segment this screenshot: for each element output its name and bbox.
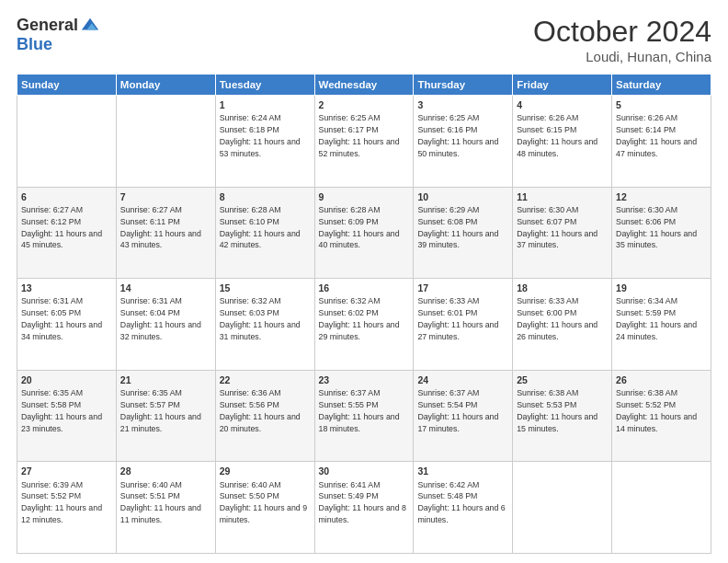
calendar-cell [116,96,215,188]
day-info: Sunrise: 6:33 AM Sunset: 6:01 PM Dayligh… [417,296,498,341]
day-info: Sunrise: 6:30 AM Sunset: 6:07 PM Dayligh… [517,205,597,250]
day-number: 10 [417,190,508,203]
header-saturday: Saturday [612,75,711,96]
calendar-cell: 31Sunrise: 6:42 AM Sunset: 5:48 PM Dayli… [414,462,513,554]
day-number: 19 [616,282,707,294]
calendar-cell [17,96,117,188]
calendar-cell: 24Sunrise: 6:37 AM Sunset: 5:54 PM Dayli… [414,370,513,462]
day-info: Sunrise: 6:26 AM Sunset: 6:15 PM Dayligh… [517,113,597,158]
logo-icon [80,15,100,35]
day-number: 9 [319,190,410,203]
calendar-cell: 20Sunrise: 6:35 AM Sunset: 5:58 PM Dayli… [17,370,117,462]
week-row-4: 27Sunrise: 6:39 AM Sunset: 5:52 PM Dayli… [17,462,711,554]
day-info: Sunrise: 6:36 AM Sunset: 5:56 PM Dayligh… [220,388,301,433]
day-number: 25 [517,373,608,386]
week-row-0: 1Sunrise: 6:24 AM Sunset: 6:18 PM Daylig… [17,96,711,188]
calendar-cell: 16Sunrise: 6:32 AM Sunset: 6:02 PM Dayli… [314,279,414,371]
day-info: Sunrise: 6:35 AM Sunset: 5:57 PM Dayligh… [120,388,201,433]
day-number: 16 [319,282,410,294]
location-title: Loudi, Hunan, China [533,49,711,64]
day-info: Sunrise: 6:32 AM Sunset: 6:03 PM Dayligh… [220,296,301,341]
calendar-cell: 6Sunrise: 6:27 AM Sunset: 6:12 PM Daylig… [17,187,117,279]
day-info: Sunrise: 6:37 AM Sunset: 5:55 PM Dayligh… [319,388,400,433]
calendar-cell: 7Sunrise: 6:27 AM Sunset: 6:11 PM Daylig… [116,187,215,279]
calendar-cell: 4Sunrise: 6:26 AM Sunset: 6:15 PM Daylig… [513,96,612,188]
day-number: 30 [319,465,410,477]
calendar-header: SundayMondayTuesdayWednesdayThursdayFrid… [17,75,711,96]
day-number: 17 [417,282,508,294]
day-info: Sunrise: 6:31 AM Sunset: 6:05 PM Dayligh… [21,296,102,341]
calendar-cell: 26Sunrise: 6:38 AM Sunset: 5:52 PM Dayli… [612,370,711,462]
calendar-cell [513,462,612,554]
header-monday: Monday [116,75,215,96]
week-row-3: 20Sunrise: 6:35 AM Sunset: 5:58 PM Dayli… [17,370,711,462]
calendar-cell: 11Sunrise: 6:30 AM Sunset: 6:07 PM Dayli… [513,187,612,279]
day-info: Sunrise: 6:30 AM Sunset: 6:06 PM Dayligh… [616,205,697,250]
calendar-cell: 13Sunrise: 6:31 AM Sunset: 6:05 PM Dayli… [17,279,117,371]
day-info: Sunrise: 6:38 AM Sunset: 5:52 PM Dayligh… [616,388,697,433]
header-wednesday: Wednesday [314,75,414,96]
calendar-cell: 8Sunrise: 6:28 AM Sunset: 6:10 PM Daylig… [215,187,314,279]
day-info: Sunrise: 6:32 AM Sunset: 6:02 PM Dayligh… [319,296,400,341]
day-number: 21 [120,373,211,386]
day-info: Sunrise: 6:42 AM Sunset: 5:48 PM Dayligh… [417,480,505,525]
calendar-cell: 18Sunrise: 6:33 AM Sunset: 6:00 PM Dayli… [513,279,612,371]
day-info: Sunrise: 6:33 AM Sunset: 6:00 PM Dayligh… [517,296,597,341]
day-number: 4 [517,98,608,111]
day-number: 14 [120,282,211,294]
header: General Blue October 2024 Loudi, Hunan, … [17,15,711,64]
header-thursday: Thursday [414,75,513,96]
day-number: 26 [616,373,707,386]
day-info: Sunrise: 6:24 AM Sunset: 6:18 PM Dayligh… [220,113,301,158]
day-number: 15 [220,282,311,294]
day-number: 29 [220,465,311,477]
calendar-cell: 29Sunrise: 6:40 AM Sunset: 5:50 PM Dayli… [215,462,314,554]
day-number: 12 [616,190,707,203]
calendar-cell: 2Sunrise: 6:25 AM Sunset: 6:17 PM Daylig… [314,96,414,188]
day-info: Sunrise: 6:39 AM Sunset: 5:52 PM Dayligh… [21,480,102,525]
calendar-cell: 30Sunrise: 6:41 AM Sunset: 5:49 PM Dayli… [314,462,414,554]
day-number: 1 [220,98,311,111]
day-number: 28 [120,465,211,477]
header-sunday: Sunday [17,75,117,96]
calendar-cell: 15Sunrise: 6:32 AM Sunset: 6:03 PM Dayli… [215,279,314,371]
day-number: 5 [616,98,707,111]
day-number: 6 [21,190,112,203]
header-friday: Friday [513,75,612,96]
day-number: 31 [417,465,508,477]
calendar-cell: 10Sunrise: 6:29 AM Sunset: 6:08 PM Dayli… [414,187,513,279]
day-number: 23 [319,373,410,386]
calendar-cell: 27Sunrise: 6:39 AM Sunset: 5:52 PM Dayli… [17,462,117,554]
calendar-cell: 19Sunrise: 6:34 AM Sunset: 5:59 PM Dayli… [612,279,711,371]
day-number: 24 [417,373,508,386]
day-info: Sunrise: 6:40 AM Sunset: 5:51 PM Dayligh… [120,480,201,525]
calendar-cell: 21Sunrise: 6:35 AM Sunset: 5:57 PM Dayli… [116,370,215,462]
day-info: Sunrise: 6:31 AM Sunset: 6:04 PM Dayligh… [120,296,201,341]
day-info: Sunrise: 6:38 AM Sunset: 5:53 PM Dayligh… [517,388,597,433]
day-number: 11 [517,190,608,203]
header-row: SundayMondayTuesdayWednesdayThursdayFrid… [17,75,711,96]
header-tuesday: Tuesday [215,75,314,96]
month-title: October 2024 [533,15,711,49]
day-info: Sunrise: 6:25 AM Sunset: 6:17 PM Dayligh… [319,113,400,158]
calendar-cell: 3Sunrise: 6:25 AM Sunset: 6:16 PM Daylig… [414,96,513,188]
day-number: 27 [21,465,112,477]
day-number: 2 [319,98,410,111]
day-info: Sunrise: 6:41 AM Sunset: 5:49 PM Dayligh… [319,480,406,525]
title-block: October 2024 Loudi, Hunan, China [533,15,711,64]
day-number: 3 [417,98,508,111]
logo-blue-text: Blue [17,35,52,54]
day-info: Sunrise: 6:26 AM Sunset: 6:14 PM Dayligh… [616,113,697,158]
calendar-cell [612,462,711,554]
day-number: 18 [517,282,608,294]
day-info: Sunrise: 6:25 AM Sunset: 6:16 PM Dayligh… [417,113,498,158]
day-number: 20 [21,373,112,386]
day-info: Sunrise: 6:34 AM Sunset: 5:59 PM Dayligh… [616,296,697,341]
calendar-cell: 23Sunrise: 6:37 AM Sunset: 5:55 PM Dayli… [314,370,414,462]
calendar-cell: 14Sunrise: 6:31 AM Sunset: 6:04 PM Dayli… [116,279,215,371]
calendar-cell: 25Sunrise: 6:38 AM Sunset: 5:53 PM Dayli… [513,370,612,462]
day-info: Sunrise: 6:37 AM Sunset: 5:54 PM Dayligh… [417,388,498,433]
day-info: Sunrise: 6:29 AM Sunset: 6:08 PM Dayligh… [417,205,498,250]
calendar-table: SundayMondayTuesdayWednesdayThursdayFrid… [17,74,711,554]
day-number: 22 [220,373,311,386]
